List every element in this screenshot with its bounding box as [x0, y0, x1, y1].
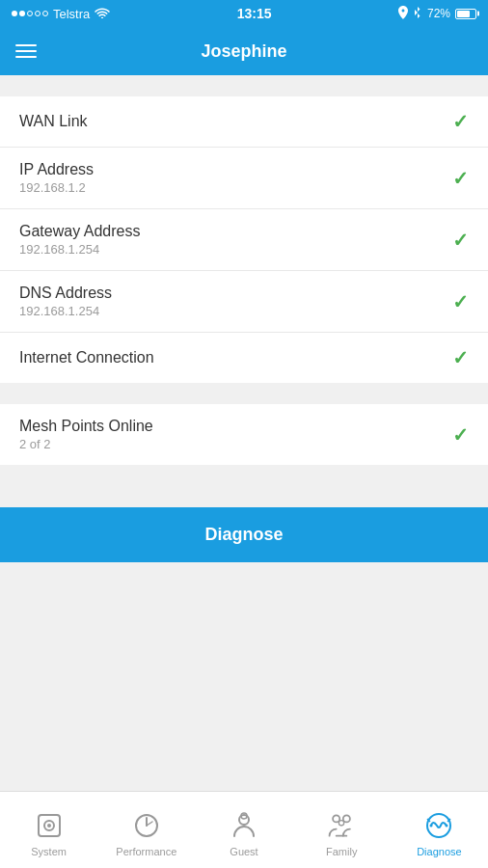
dns-address-item: DNS Address 192.168.1.254 — [0, 271, 488, 333]
mesh-section: Mesh Points Online 2 of 2 — [0, 404, 488, 465]
dot3 — [27, 11, 33, 16]
mesh-points-status — [452, 423, 469, 447]
status-time: 13:15 — [237, 6, 272, 21]
system-icon — [34, 810, 65, 841]
internet-connection-label: Internet Connection — [19, 349, 154, 366]
bottom-fill — [0, 562, 488, 678]
battery-percent: 72% — [427, 7, 450, 20]
mesh-points-item: Mesh Points Online 2 of 2 — [0, 404, 488, 465]
gateway-address-value: 192.168.1.254 — [19, 242, 140, 257]
tab-guest[interactable]: Guest — [195, 792, 292, 868]
network-section: WAN Link IP Address 192.168.1.2 Gateway … — [0, 96, 488, 383]
status-bar: Telstra 13:15 72% — [0, 0, 488, 27]
tab-system-label: System — [31, 846, 67, 857]
gateway-address-item: Gateway Address 192.168.1.254 — [0, 209, 488, 271]
signal-dots — [12, 11, 48, 16]
wan-link-label: WAN Link — [19, 113, 88, 130]
ip-address-value: 192.168.1.2 — [19, 180, 94, 195]
tab-guest-label: Guest — [230, 846, 258, 857]
svg-point-8 — [343, 815, 350, 822]
tab-bar: System Performance Guest Family — [0, 791, 488, 868]
btn-spacer — [0, 465, 488, 486]
diagnose-button[interactable]: Diagnose — [0, 507, 488, 562]
guest-icon — [229, 810, 259, 841]
ip-address-status — [452, 167, 469, 190]
svg-point-7 — [333, 815, 339, 822]
dot1 — [12, 11, 17, 16]
diagnose-icon — [423, 810, 454, 841]
wifi-icon — [95, 7, 110, 21]
svg-point-11 — [430, 825, 433, 827]
family-icon — [326, 810, 357, 841]
ip-address-item: IP Address 192.168.1.2 — [0, 148, 488, 209]
svg-point-3 — [47, 824, 51, 827]
tab-performance-label: Performance — [116, 846, 176, 857]
tab-system[interactable]: System — [0, 792, 97, 868]
bluetooth-icon — [413, 6, 422, 22]
gateway-address-label: Gateway Address — [19, 223, 140, 240]
mesh-points-label: Mesh Points Online — [19, 418, 153, 435]
mid-spacer — [0, 383, 488, 404]
battery-icon — [455, 9, 476, 19]
tab-diagnose-label: Diagnose — [417, 846, 461, 857]
header: Josephine — [0, 27, 488, 75]
tab-family-label: Family — [326, 846, 357, 857]
tab-family[interactable]: Family — [293, 792, 391, 868]
ip-address-label: IP Address — [19, 161, 94, 178]
dot2 — [19, 11, 25, 16]
internet-connection-item: Internet Connection — [0, 333, 488, 383]
tab-diagnose[interactable]: Diagnose — [391, 792, 488, 868]
location-icon — [398, 6, 408, 22]
wan-link-item: WAN Link — [0, 96, 488, 148]
mesh-points-value: 2 of 2 — [19, 437, 153, 451]
menu-button[interactable] — [15, 44, 37, 58]
status-right: 72% — [398, 6, 476, 22]
wan-link-status — [452, 110, 469, 133]
dot5 — [42, 11, 48, 16]
dns-address-label: DNS Address — [19, 285, 112, 302]
svg-point-0 — [101, 16, 103, 17]
dot4 — [35, 11, 41, 16]
svg-point-9 — [339, 821, 344, 826]
top-spacer — [0, 75, 488, 96]
dns-address-value: 192.168.1.254 — [19, 304, 112, 318]
page-title: Josephine — [201, 41, 286, 62]
dns-address-status — [452, 290, 469, 313]
status-left: Telstra — [12, 7, 110, 21]
internet-connection-status — [452, 346, 469, 369]
carrier-label: Telstra — [53, 7, 90, 21]
tab-performance[interactable]: Performance — [97, 792, 195, 868]
svg-point-12 — [446, 825, 448, 827]
gateway-address-status — [452, 229, 469, 252]
performance-icon — [131, 810, 162, 841]
content-area: WAN Link IP Address 192.168.1.2 Gateway … — [0, 75, 488, 791]
